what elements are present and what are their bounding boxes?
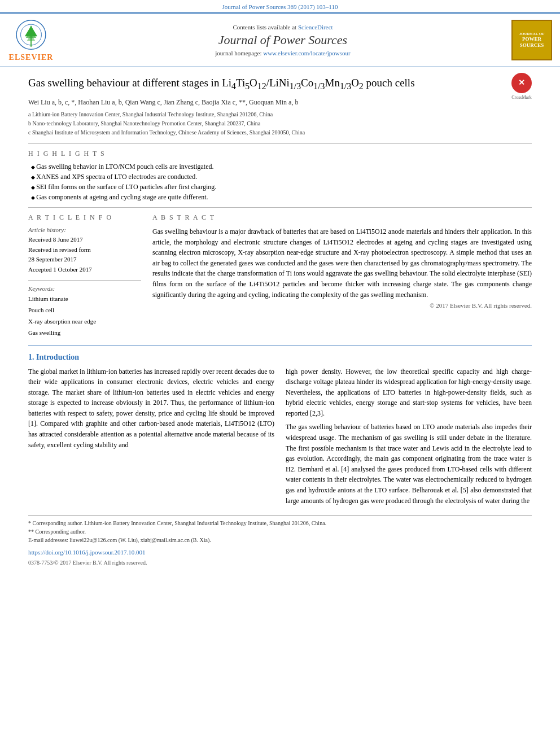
keywords-list: Lithium titanate Pouch cell X-ray absorp…	[28, 294, 141, 338]
journal-center-info: Contents lists available at ScienceDirec…	[62, 24, 504, 56]
journal-reference: Journal of Power Sources 369 (2017) 103–…	[222, 3, 338, 10]
journal-badge: JOURNAL OF POWER SOURCES	[509, 20, 554, 60]
article-title: ✕ CrossMark Gas swelling behaviour at di…	[28, 76, 532, 93]
abstract-text: Gas swelling behaviour is a major drawba…	[152, 226, 532, 300]
power-sources-logo: JOURNAL OF POWER SOURCES	[511, 20, 552, 60]
article-info-block: A R T I C L E I N F O Article history: R…	[28, 213, 141, 339]
history-label: Article history:	[28, 226, 141, 233]
contents-text: Contents lists available at	[233, 24, 296, 30]
highlights-title: H I G H L I G H T S	[28, 150, 532, 158]
abstract-title: A B S T R A C T	[152, 213, 532, 222]
divider-2	[28, 207, 532, 208]
badge-line3: SOURCES	[520, 42, 544, 49]
intro-col-left: The global market in lithium-ion batteri…	[28, 366, 274, 510]
homepage-url[interactable]: www.elsevier.com/locate/jpowsour	[263, 50, 350, 56]
highlights-section: H I G H L I G H T S Gas swelling behavio…	[28, 150, 532, 202]
elsevier-wordmark: ELSEVIER	[9, 53, 54, 62]
crossmark-badge[interactable]: ✕ CrossMark	[511, 73, 532, 93]
corresponding-note: * Corresponding author. Lithium-ion Batt…	[28, 519, 532, 527]
affiliations-block: a Lithium-ion Battery Innovation Center,…	[28, 110, 532, 137]
elsevier-tree-icon	[8, 18, 54, 52]
issn-line: 0378-7753/© 2017 Elsevier B.V. All right…	[28, 558, 532, 567]
highlight-item: Gas swelling behavior in LTO/NCM pouch c…	[31, 163, 532, 171]
journal-title-display: Journal of Power Sources	[62, 33, 504, 47]
email-line: E-mail addresses: liuwei22u@126.com (W. …	[28, 536, 532, 544]
highlight-item: Gas components at ageing and cycling sta…	[31, 193, 532, 202]
doi-line[interactable]: https://doi.org/10.1016/j.jpowsour.2017.…	[28, 548, 532, 557]
sciencedirect-link[interactable]: ScienceDirect	[298, 24, 333, 30]
intro-col-right: high power density. However, the low the…	[286, 366, 532, 510]
journal-reference-bar: Journal of Power Sources 369 (2017) 103–…	[0, 0, 560, 12]
divider-1	[28, 143, 532, 144]
elsevier-logo: ELSEVIER	[6, 18, 56, 62]
affiliation-b: b Nano-technology Laboratory, Shanghai N…	[28, 119, 532, 128]
introduction-section: 1. Introduction The global market in lit…	[28, 353, 532, 510]
journal-header: ELSEVIER Contents lists available at Sci…	[0, 12, 560, 67]
full-divider	[28, 346, 532, 346]
highlights-list: Gas swelling behavior in LTO/NCM pouch c…	[28, 163, 532, 202]
article-info-title: A R T I C L E I N F O	[28, 213, 141, 222]
article-history: Article history: Received 8 June 2017 Re…	[28, 226, 141, 274]
intro-body: The global market in lithium-ion batteri…	[28, 366, 532, 510]
badge-line1: JOURNAL OF	[519, 32, 545, 36]
abstract-block: A B S T R A C T Gas swelling behaviour i…	[152, 213, 532, 339]
info-abstract-row: A R T I C L E I N F O Article history: R…	[28, 213, 532, 339]
badge-line2: POWER	[522, 36, 541, 42]
highlight-item: XANES and XPS spectra of LTO electrodes …	[31, 173, 532, 181]
double-corresponding-note: ** Corresponding author.	[28, 527, 532, 536]
crossmark-icon: ✕	[511, 73, 532, 93]
affiliation-a: a Lithium-ion Battery Innovation Center,…	[28, 110, 532, 119]
history-dates: Received 8 June 2017 Received in revised…	[28, 235, 141, 274]
keywords-label: Keywords:	[28, 285, 141, 292]
highlight-item: SEI film forms on the surface of LTO par…	[31, 183, 532, 191]
homepage-line: journal homepage: www.elsevier.com/locat…	[62, 50, 504, 56]
section-title: 1. Introduction	[28, 353, 532, 362]
crossmark-label: CrossMark	[511, 94, 532, 101]
footnotes-block: * Corresponding author. Lithium-ion Batt…	[28, 515, 532, 567]
info-divider	[28, 280, 141, 281]
contents-available-line: Contents lists available at ScienceDirec…	[62, 24, 504, 30]
copyright-line: © 2017 Elsevier B.V. All rights reserved…	[152, 302, 532, 309]
affiliation-c: c Shanghai Institute of Microsystem and …	[28, 128, 532, 137]
authors-line: Wei Liu a, b, c, *, Haohan Liu a, b, Qia…	[28, 98, 532, 107]
